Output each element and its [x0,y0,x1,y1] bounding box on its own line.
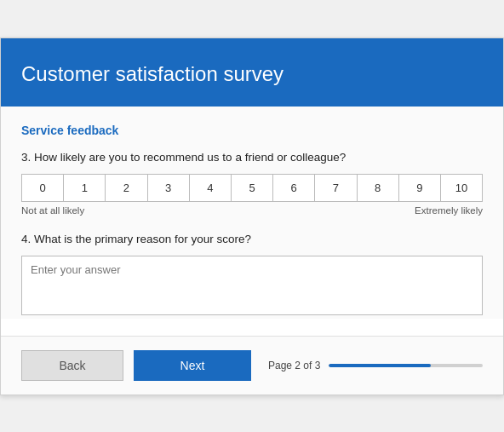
survey-footer: Back Next Page 2 of 3 [1,336,503,395]
section-title: Service feedback [21,124,483,137]
survey-body: Service feedback 3. How likely are you t… [1,107,503,319]
nps-cell-3[interactable]: 3 [148,175,190,201]
question-3-label: 3. How likely are you to recommend us to… [21,151,483,164]
progress-bar-fill [329,364,430,367]
nps-cell-5[interactable]: 5 [232,175,273,201]
question-3-number: 3. [21,151,31,164]
nps-cell-7[interactable]: 7 [315,175,357,201]
nps-scale: 0 1 2 3 4 5 6 7 8 9 10 [21,174,483,202]
progress-bar-track [329,364,483,367]
nps-cell-2[interactable]: 2 [106,175,147,201]
nps-cell-9[interactable]: 9 [399,175,441,201]
question-3-block: 3. How likely are you to recommend us to… [21,151,483,216]
nps-cell-10[interactable]: 10 [441,175,482,201]
nps-labels: Not at all likely Extremely likely [21,205,483,216]
question-3-text: How likely are you to recommend us to a … [34,151,346,164]
back-button[interactable]: Back [21,350,123,381]
survey-header: Customer satisfaction survey [1,38,503,107]
nps-cell-8[interactable]: 8 [358,175,399,201]
question-4-number: 4. [21,233,31,245]
nps-label-left: Not at all likely [21,205,84,216]
question-4-text: What is the primary reason for your scor… [34,233,251,245]
next-button[interactable]: Next [134,350,251,381]
answer-textarea[interactable] [21,256,483,315]
question-4-label: 4. What is the primary reason for your s… [21,233,483,245]
page-indicator-text: Page 2 of 3 [268,360,320,372]
survey-container: Customer satisfaction survey Service fee… [0,37,504,395]
nps-label-right: Extremely likely [415,205,483,216]
nps-cell-6[interactable]: 6 [273,175,315,201]
question-4-block: 4. What is the primary reason for your s… [21,233,483,319]
nps-cell-1[interactable]: 1 [64,175,106,201]
survey-title: Customer satisfaction survey [21,62,483,86]
page-indicator: Page 2 of 3 [268,360,483,372]
nps-cell-0[interactable]: 0 [22,175,64,201]
nps-cell-4[interactable]: 4 [190,175,232,201]
